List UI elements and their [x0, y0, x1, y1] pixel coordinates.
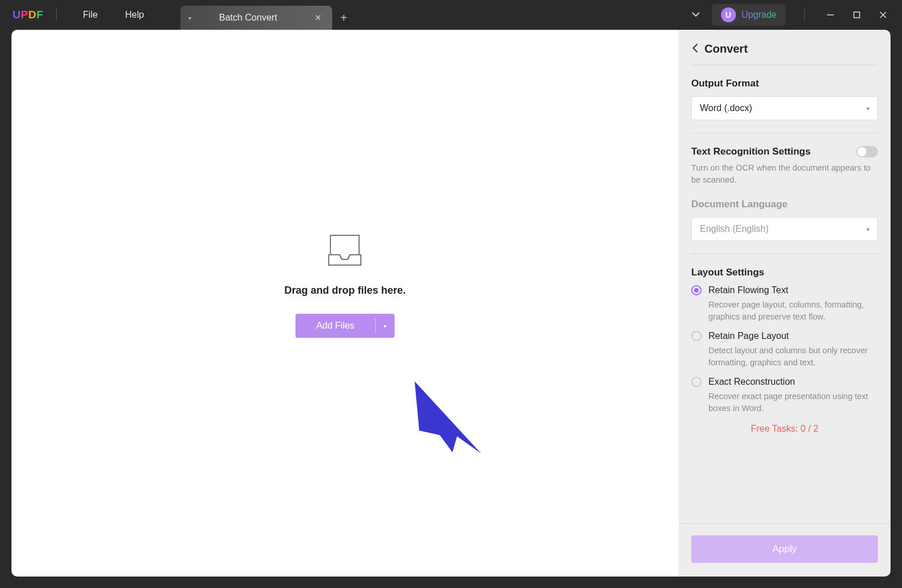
tabbar: ▾ Batch Convert ✕ +	[180, 0, 355, 30]
app-logo: UPDF	[13, 9, 44, 21]
separator	[56, 9, 57, 21]
minimize-button[interactable]	[825, 10, 836, 20]
upgrade-badge: U	[721, 7, 736, 22]
radio-icon	[691, 331, 702, 341]
menu-file[interactable]: File	[69, 10, 112, 20]
maximize-button[interactable]	[852, 10, 862, 20]
radio-icon	[691, 285, 702, 295]
radio-desc: Recover page layout, columns, formatting…	[708, 299, 878, 323]
close-button[interactable]	[878, 10, 888, 20]
divider	[691, 133, 878, 133]
drop-zone[interactable]: Drag and drop files here. Add Files ▾	[284, 234, 405, 338]
radio-icon	[691, 377, 702, 387]
layout-settings-label: Layout Settings	[691, 267, 878, 278]
menu-help[interactable]: Help	[112, 10, 158, 20]
sidebar-footer: Apply	[679, 523, 891, 577]
main-panel: Drag and drop files here. Add Files ▾	[11, 30, 679, 577]
chevron-down-icon: ▾	[866, 105, 869, 112]
language-value: English (English)	[700, 224, 769, 234]
radio-retain-page-layout[interactable]: Retain Page Layout	[691, 331, 878, 341]
ocr-desc: Turn on the OCR when the document appear…	[691, 162, 878, 186]
radio-desc: Recover exact page presentation using te…	[708, 390, 878, 415]
add-files-label: Add Files	[296, 314, 375, 338]
ocr-toggle[interactable]	[856, 146, 878, 157]
new-tab-button[interactable]: +	[332, 6, 355, 30]
radio-retain-flowing-text[interactable]: Retain Flowing Text	[691, 285, 878, 295]
add-files-button[interactable]: Add Files ▾	[296, 314, 395, 338]
language-select[interactable]: English (English) ▾	[691, 217, 878, 241]
add-files-dropdown-icon[interactable]: ▾	[376, 314, 395, 338]
upgrade-label: Upgrade	[742, 10, 777, 20]
upgrade-button[interactable]: U Upgrade	[712, 4, 786, 26]
ocr-label: Text Recognition Settings	[691, 146, 810, 157]
divider	[691, 65, 878, 65]
separator	[804, 9, 805, 21]
svg-rect-1	[854, 12, 860, 18]
language-label: Document Language	[691, 199, 878, 210]
tab-batch-convert[interactable]: ▾ Batch Convert ✕	[180, 6, 332, 30]
output-format-label: Output Format	[691, 78, 878, 89]
divider	[691, 254, 878, 254]
window-controls	[825, 10, 888, 20]
drop-text: Drag and drop files here.	[284, 285, 405, 297]
cursor-arrow-icon	[412, 379, 487, 459]
output-format-value: Word (.docx)	[700, 103, 752, 113]
sidebar-title: Convert	[704, 42, 748, 56]
apply-button[interactable]: Apply	[691, 535, 878, 563]
output-format-select[interactable]: Word (.docx) ▾	[691, 96, 878, 120]
back-icon[interactable]	[691, 43, 699, 56]
sidebar-header: Convert	[679, 30, 891, 65]
radio-desc: Detect layout and columns but only recov…	[708, 345, 878, 369]
inbox-icon	[327, 234, 363, 266]
tab-dropdown-icon[interactable]: ▾	[188, 15, 191, 21]
sidebar-body: Output Format Word (.docx) ▾ Text Recogn…	[679, 65, 891, 523]
close-icon[interactable]: ✕	[312, 10, 324, 25]
chevron-down-icon: ▾	[866, 226, 869, 232]
free-tasks-label: Free Tasks: 0 / 2	[691, 424, 878, 434]
radio-exact-reconstruction[interactable]: Exact Reconstruction	[691, 377, 878, 387]
titlebar: UPDF File Help ▾ Batch Convert ✕ + U Upg…	[0, 0, 902, 30]
tabs-overflow-icon[interactable]	[680, 10, 712, 21]
workspace: Drag and drop files here. Add Files ▾ Co…	[0, 30, 902, 588]
convert-sidebar: Convert Output Format Word (.docx) ▾ Tex…	[679, 30, 891, 577]
tab-label: Batch Convert	[219, 13, 312, 23]
ocr-row: Text Recognition Settings	[691, 146, 878, 157]
